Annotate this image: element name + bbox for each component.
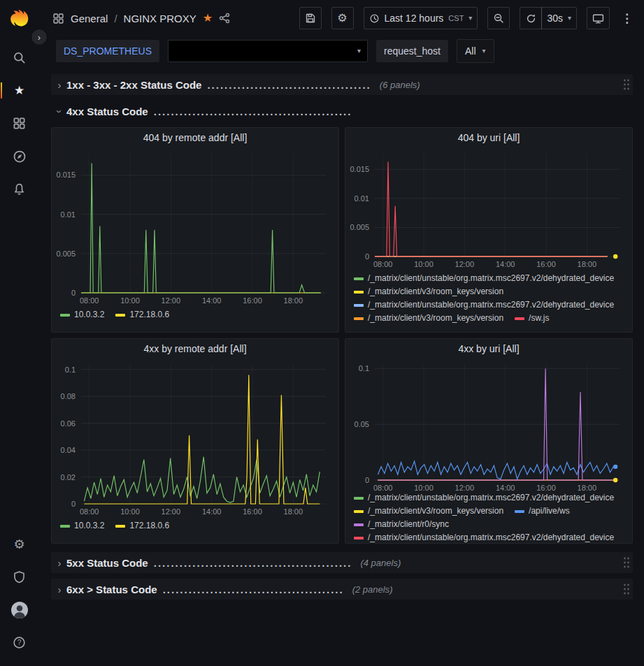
series-color-swatch xyxy=(354,291,364,294)
datasource-variable-label[interactable]: DS_PROMETHEUS xyxy=(56,40,159,62)
series-label: 172.18.0.6 xyxy=(129,519,169,533)
star-icon: ★ xyxy=(14,85,24,96)
panel-title[interactable]: 4xx by uri [All] xyxy=(345,339,632,359)
compass-icon xyxy=(13,150,27,164)
sidebar-bottom-group: ⚙ ? xyxy=(0,528,38,659)
datasource-select[interactable]: ▾ xyxy=(168,40,368,62)
svg-text:10:00: 10:00 xyxy=(414,260,434,268)
row-panel-count: (6 panels) xyxy=(380,80,420,90)
panel-title[interactable]: 4xx by remote addr [All] xyxy=(52,339,338,359)
caret-down-icon: ▾ xyxy=(482,48,486,55)
dashboard-row-4xx[interactable]: › 4xx Status Code ......................… xyxy=(51,101,633,122)
series-color-swatch xyxy=(354,537,364,540)
time-range-picker[interactable]: Last 12 hours CST ▾ xyxy=(364,7,478,29)
grafana-logo[interactable] xyxy=(8,6,31,30)
svg-text:12:00: 12:00 xyxy=(162,296,181,305)
legend-item[interactable]: /_matrix/client/unstable/org.matrix.msc2… xyxy=(354,272,614,285)
time-range-label: Last 12 hours xyxy=(385,13,444,24)
monitor-icon xyxy=(592,13,604,24)
zoom-out-button[interactable] xyxy=(487,7,510,29)
timeseries-chart[interactable]: 00.0050.010.01508:0010:0012:0014:0016:00… xyxy=(345,147,628,272)
svg-text:12:00: 12:00 xyxy=(455,484,475,491)
row-drag-handle[interactable] xyxy=(623,556,630,569)
legend-item[interactable]: 172.18.0.6 xyxy=(115,308,169,321)
drag-dots-icon xyxy=(623,78,630,91)
tv-mode-button[interactable] xyxy=(587,7,610,29)
legend-item[interactable]: /api/live/ws xyxy=(515,505,570,518)
breadcrumb-section[interactable]: General xyxy=(71,13,108,24)
legend-item[interactable]: /_matrix/client/r0/sync xyxy=(354,518,449,531)
legend-item[interactable]: 10.0.3.2 xyxy=(60,308,104,321)
legend-item[interactable]: 10.0.3.2 xyxy=(60,519,104,533)
chevron-right-icon: › xyxy=(52,557,66,569)
chart-legend: /_matrix/client/unstable/org.matrix.msc2… xyxy=(345,491,632,543)
kebab-menu-button[interactable]: ⋮ xyxy=(620,7,634,29)
save-dashboard-button[interactable] xyxy=(299,7,322,29)
row-panel-count: (2 panels) xyxy=(352,584,393,595)
legend-item[interactable]: /sw.js xyxy=(515,312,549,325)
series-label: /_matrix/client/v3/room_keys/version xyxy=(368,285,503,298)
panel-title[interactable]: 404 by uri [All] xyxy=(345,128,632,147)
sidebar-item-profile[interactable] xyxy=(0,593,38,626)
favorite-star-icon[interactable]: ★ xyxy=(203,13,213,24)
legend-item[interactable]: /_matrix/client/unstable/org.matrix.msc2… xyxy=(354,531,614,543)
zoom-out-icon xyxy=(493,13,504,24)
sidebar-item-search[interactable] xyxy=(0,41,38,74)
caret-down-icon: ▾ xyxy=(568,15,571,22)
request-host-select[interactable]: All ▾ xyxy=(457,39,494,63)
legend-item[interactable]: /_matrix/client/unstable/org.matrix.msc2… xyxy=(354,491,614,505)
svg-text:0.01: 0.01 xyxy=(355,194,369,203)
svg-text:0.08: 0.08 xyxy=(61,392,76,400)
sidebar-item-help[interactable]: ? xyxy=(0,626,38,659)
svg-text:16:00: 16:00 xyxy=(536,260,556,268)
drag-dots-icon xyxy=(623,583,630,595)
sidebar-toggle-button[interactable]: › xyxy=(31,29,48,45)
dashboard-content: › 1xx - 3xx - 2xx Status Code ..........… xyxy=(38,70,644,600)
refresh-button[interactable] xyxy=(520,7,542,29)
series-color-swatch xyxy=(60,314,70,317)
dashboard-settings-button[interactable]: ⚙ xyxy=(331,7,354,29)
legend-item[interactable]: /_matrix/client/v3/room_keys/version xyxy=(354,312,503,325)
dashboard-row-5xx[interactable]: › 5xx Status Code ......................… xyxy=(51,552,633,573)
row-dots: ........................................… xyxy=(154,106,352,117)
svg-text:0.005: 0.005 xyxy=(56,249,76,258)
apps-grid-icon xyxy=(52,13,64,24)
series-label: /_matrix/client/v3/room_keys/version xyxy=(368,505,503,518)
sidebar-item-dashboards[interactable] xyxy=(0,107,38,140)
row-dots: ........................................… xyxy=(154,557,352,569)
share-icon[interactable] xyxy=(219,13,230,24)
sidebar-item-alerting[interactable] xyxy=(0,173,38,205)
timeseries-chart[interactable]: 00.020.040.060.080.108:0010:0012:0014:00… xyxy=(52,359,334,519)
series-label: /_matrix/client/r0/sync xyxy=(368,518,449,531)
legend-item[interactable]: 172.18.0.6 xyxy=(115,519,169,533)
top-navbar: General / NGINX PROXY ★ ⚙ xyxy=(38,0,644,36)
sidebar-item-explore[interactable] xyxy=(0,140,38,173)
svg-text:12:00: 12:00 xyxy=(162,507,181,516)
breadcrumb-dashboard-title[interactable]: NGINX PROXY xyxy=(124,13,196,24)
legend-item[interactable]: /_matrix/client/v3/room_keys/version xyxy=(354,505,503,518)
sidebar-item-settings[interactable]: ⚙ xyxy=(0,528,38,560)
dashboard-row-6xx[interactable]: › 6xx > Status Code ....................… xyxy=(51,579,633,600)
series-color-swatch xyxy=(354,497,364,500)
dashboard-row-1xx-3xx-2xx[interactable]: › 1xx - 3xx - 2xx Status Code ..........… xyxy=(51,74,633,95)
sidebar-item-starred[interactable]: ★ xyxy=(0,74,38,107)
refresh-interval-dropdown[interactable]: 30s ▾ xyxy=(541,7,577,29)
main-area: General / NGINX PROXY ★ ⚙ xyxy=(38,0,644,666)
gear-icon: ⚙ xyxy=(13,538,24,551)
kebab-icon: ⋮ xyxy=(621,11,633,26)
timeseries-chart[interactable]: 00.050.108:0010:0012:0014:0016:0018:00 xyxy=(345,359,628,491)
refresh-icon xyxy=(526,13,536,24)
panel-title[interactable]: 404 by remote addr [All] xyxy=(52,128,338,147)
timeseries-chart[interactable]: 00.0050.010.01508:0010:0012:0014:0016:00… xyxy=(52,147,334,308)
panel-404-by-remote-addr-all: 404 by remote addr [All]00.0050.010.0150… xyxy=(51,127,339,333)
request-host-variable-label[interactable]: request_host xyxy=(376,40,448,62)
row-drag-handle[interactable] xyxy=(623,78,630,91)
legend-item[interactable]: /_matrix/client/v3/room_keys/version xyxy=(354,285,503,298)
request-host-value: All xyxy=(465,45,476,57)
legend-item[interactable]: /_matrix/client/unstable/org.matrix.msc2… xyxy=(354,298,614,312)
refresh-interval-label: 30s xyxy=(547,13,563,24)
svg-text:14:00: 14:00 xyxy=(202,507,222,516)
sidebar-item-server-admin[interactable] xyxy=(0,560,38,593)
svg-text:0.04: 0.04 xyxy=(61,446,76,454)
row-drag-handle[interactable] xyxy=(623,583,630,595)
